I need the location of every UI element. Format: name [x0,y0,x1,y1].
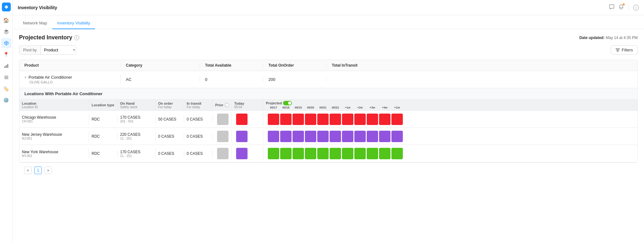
prev-page-button[interactable]: < [24,167,32,174]
info-topbar-icon[interactable]: i [633,5,639,10]
th-total-intransit: Total InTransit [327,63,637,68]
next-page-button[interactable]: > [44,167,52,174]
product-name-text: Portable Air Conditioner [29,75,72,80]
bell-icon[interactable] [618,4,624,11]
nj-today-cells [234,131,261,142]
locations-section: Locations With Portable Air Conditioner … [19,88,637,162]
chicago-safety: 201 - 501 [120,120,153,123]
chicago-onorder: 50 CASES [156,116,184,123]
content-area: Projected Inventory i Date updated: May … [13,29,644,243]
product-row: ∧ Portable Air Conditioner OLIVE-GALLO A… [19,71,637,88]
loc-row-nj: New Jersey Warehouse NJ-001 RDC 220 CASE… [19,128,637,145]
lh-today: Today 05/16 [232,100,263,110]
content-header: Projected Inventory i Date updated: May … [19,34,638,41]
chicago-onhand: 170 CASES [120,115,153,120]
ny-intransit: 0 CASES [184,150,213,157]
chicago-date-cells [266,114,635,125]
ny-prior-cell [217,148,229,159]
ny-onorder: 0 CASES [156,150,184,157]
product-sub-text: OLIVE-GALLO [24,80,115,84]
svg-rect-1 [4,66,5,68]
table-header: Product Category Total Available Total O… [19,60,637,71]
sidebar-home-icon[interactable]: 🏠 [1,15,11,25]
ny-id: NY-001 [22,154,86,158]
nj-name: New Jersey Warehouse [22,132,86,137]
nj-prior-cells [215,131,229,142]
filters-row: Pivot by Product Location Category ▼ Fil… [19,45,638,55]
ny-type: RDC [89,150,118,157]
product-name-cell: ∧ Portable Air Conditioner OLIVE-GALLO [19,75,121,84]
topbar-title: Inventory Visibility [18,5,57,10]
lh-loctype: Location type [89,100,118,110]
sidebar-layers-icon[interactable] [1,27,11,37]
nj-date-cells [266,131,635,142]
sidebar-list-icon[interactable] [1,72,11,82]
product-chevron-icon[interactable]: ∧ [24,76,27,79]
nj-id: NJ-001 [22,137,86,140]
tabbar: Network Map Inventory Visibility [13,15,644,29]
svg-rect-3 [7,64,8,68]
chicago-prior-cells [215,114,229,125]
topbar-icons: | i [609,4,639,11]
pivot-select[interactable]: Product Location Category [41,46,76,54]
filters-button[interactable]: Filters [611,45,638,55]
main-area: Inventory Visibility | i Network Map Inv… [13,0,644,243]
sidebar: 🏠 📍 🏷️ ⚙️ [0,0,13,243]
page-title-info-icon[interactable]: i [74,35,79,40]
sidebar-tag-icon[interactable]: 🏷️ [1,84,11,94]
chicago-type: RDC [89,116,118,123]
th-total-onorder: Total OnOrder [263,63,327,68]
sidebar-cube-icon[interactable] [1,38,11,48]
svg-rect-5 [4,77,8,78]
pivot-select-wrapper[interactable]: Pivot by Product Location Category ▼ [19,45,76,55]
chicago-today-cells [234,114,261,125]
ny-onhand: 170 CASES [120,150,153,154]
tab-network-map[interactable]: Network Map [18,17,52,29]
lh-location: Location Location ID [19,100,89,110]
nj-prior-cell [217,131,229,142]
ny-date-cells [266,148,635,159]
date-updated: Date updated: May 14 at 4:35 PM [579,36,638,40]
lh-intransit: In transit For today [184,100,213,110]
chicago-today-cell [236,114,248,125]
sidebar-chart-icon[interactable] [1,61,11,71]
chicago-prior-cell [217,114,229,125]
app-logo[interactable] [2,3,11,11]
sidebar-settings-icon[interactable]: ⚙️ [1,95,11,105]
nj-intransit: 0 CASES [184,133,213,140]
lh-projected: Projected 05/17 05/18 05/19 05/20 05/21 … [263,100,637,110]
ny-prior-cells [215,148,229,159]
nj-today-cell [236,131,248,142]
sidebar-pin-icon[interactable]: 📍 [1,49,11,60]
locations-sub-header: Location Location ID Location type On Ha… [19,100,637,111]
prior-toggle[interactable] [225,103,229,107]
chicago-id: CH-001 [22,120,86,123]
ny-name: New York Warehouse [22,150,86,154]
lh-onorder: On order For today [156,100,184,110]
topbar: Inventory Visibility | i [13,0,644,15]
product-onorder-cell: 200 [263,77,327,82]
th-product: Product [19,63,121,68]
svg-rect-4 [4,76,8,76]
locations-title: Locations With Portable Air Conditioner [19,88,637,100]
chat-icon[interactable] [609,4,615,11]
chicago-intransit: 0 CASES [184,116,213,123]
pivot-label: Pivot by [19,46,41,54]
date-columns-header: 05/17 05/18 05/19 05/20 05/21 05/22 +1w … [266,106,634,109]
ny-safety: 11 - 151 [120,154,153,158]
lh-onhand: On Hand Safety stock [118,100,156,110]
current-page[interactable]: 1 [34,167,42,174]
main-table: Product Category Total Available Total O… [19,60,638,163]
nj-safety: 11 - 201 [120,137,153,140]
nj-type: RDC [89,133,118,140]
th-category: Category [121,63,200,68]
projected-toggle[interactable] [283,101,292,105]
ny-today-cells [234,148,261,159]
page-title: Projected Inventory i [19,34,79,41]
tab-inventory-visibility[interactable]: Inventory Visibility [52,17,95,29]
product-category-cell: AC [121,77,200,82]
ny-today-cell [236,148,248,159]
pagination: < 1 > [19,163,638,178]
svg-rect-6 [4,78,8,79]
lh-prior: Prior [213,100,232,110]
